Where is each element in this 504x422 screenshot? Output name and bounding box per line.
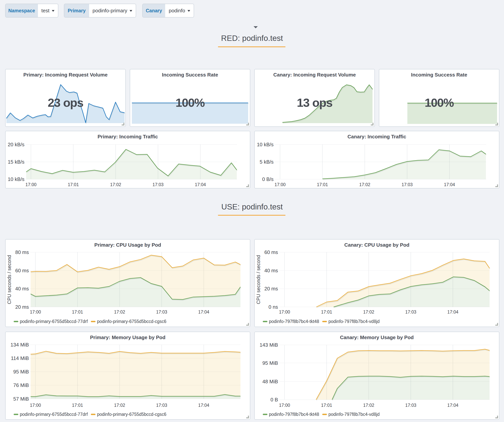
- svg-text:17:04: 17:04: [198, 403, 210, 408]
- svg-text:60 ms: 60 ms: [264, 249, 278, 255]
- svg-text:20 ms: 20 ms: [264, 286, 278, 292]
- svg-text:114 MiB: 114 MiB: [11, 355, 29, 361]
- svg-text:20 ms: 20 ms: [15, 304, 29, 310]
- svg-text:48 MiB: 48 MiB: [262, 379, 278, 385]
- svg-text:17:01: 17:01: [68, 182, 79, 187]
- svg-text:0 ns: 0 ns: [269, 304, 278, 310]
- svg-text:17:02: 17:02: [363, 403, 374, 408]
- svg-text:10 kB/s: 10 kB/s: [257, 142, 274, 147]
- svg-text:CPU seconds / second: CPU seconds / second: [256, 255, 261, 304]
- svg-text:17:01: 17:01: [72, 309, 83, 314]
- svg-text:57 MiB: 57 MiB: [13, 396, 29, 402]
- svg-text:17:01: 17:01: [321, 403, 332, 408]
- svg-text:17:03: 17:03: [402, 182, 413, 187]
- svg-text:40 ms: 40 ms: [264, 268, 278, 273]
- svg-text:17:00: 17:00: [30, 309, 41, 314]
- svg-text:17:04: 17:04: [447, 309, 459, 314]
- svg-text:95 MiB: 95 MiB: [262, 360, 278, 366]
- svg-text:17:04: 17:04: [195, 182, 206, 187]
- svg-text:17:02: 17:02: [114, 403, 125, 408]
- svg-text:40 ms: 40 ms: [15, 286, 29, 292]
- svg-text:20 kB/s: 20 kB/s: [8, 142, 24, 147]
- svg-text:10 kB/s: 10 kB/s: [8, 176, 24, 182]
- svg-text:134 MiB: 134 MiB: [11, 342, 29, 348]
- svg-text:17:03: 17:03: [405, 403, 416, 408]
- svg-text:17:04: 17:04: [198, 309, 210, 314]
- svg-text:17:00: 17:00: [30, 403, 41, 408]
- svg-text:80 ms: 80 ms: [15, 249, 29, 255]
- svg-text:17:02: 17:02: [110, 182, 121, 187]
- svg-text:0 B: 0 B: [270, 397, 278, 403]
- svg-text:17:01: 17:01: [72, 403, 83, 408]
- svg-text:143 MiB: 143 MiB: [260, 342, 278, 348]
- svg-text:17:04: 17:04: [447, 403, 459, 408]
- svg-text:17:00: 17:00: [275, 182, 286, 187]
- svg-text:17:03: 17:03: [156, 403, 167, 408]
- svg-text:CPU seconds / second: CPU seconds / second: [6, 255, 12, 304]
- svg-text:5 kB/s: 5 kB/s: [260, 159, 274, 165]
- svg-text:17:02: 17:02: [114, 309, 125, 314]
- svg-text:60 ms: 60 ms: [15, 268, 29, 273]
- svg-text:17:03: 17:03: [152, 182, 164, 187]
- svg-text:17:04: 17:04: [444, 182, 455, 187]
- svg-text:0 B/s: 0 B/s: [262, 176, 274, 182]
- svg-text:17:03: 17:03: [156, 309, 167, 314]
- svg-text:17:02: 17:02: [363, 309, 374, 314]
- svg-text:17:02: 17:02: [359, 182, 370, 187]
- svg-text:17:00: 17:00: [279, 309, 290, 314]
- svg-text:17:01: 17:01: [321, 309, 332, 314]
- svg-text:15 kB/s: 15 kB/s: [8, 159, 24, 165]
- svg-text:17:01: 17:01: [317, 182, 328, 187]
- svg-text:17:00: 17:00: [25, 182, 36, 187]
- svg-text:17:03: 17:03: [405, 309, 416, 314]
- svg-text:17:00: 17:00: [279, 403, 290, 408]
- svg-text:95 MiB: 95 MiB: [13, 369, 29, 375]
- svg-text:76 MiB: 76 MiB: [13, 382, 29, 388]
